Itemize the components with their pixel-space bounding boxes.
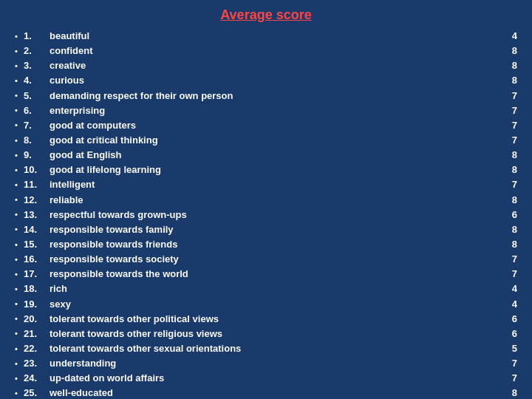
- bullet-20: •: [15, 313, 24, 325]
- item-score-21: 6: [502, 327, 517, 341]
- item-number-13: 13.: [24, 208, 50, 222]
- list-item: • 8. good at critical thinking 7: [15, 133, 517, 148]
- item-score-8: 7: [502, 133, 517, 148]
- item-label-24: up-dated on world affairs: [50, 371, 502, 386]
- list-item: • 10. good at lifelong learning 8: [15, 163, 517, 177]
- item-score-13: 6: [502, 208, 517, 222]
- item-label-6: enterprising: [50, 103, 502, 118]
- bullet-3: •: [15, 60, 24, 72]
- list-item: • 21. tolerant towards other religious v…: [15, 327, 517, 341]
- item-score-1: 4: [502, 29, 517, 44]
- list-item: • 11. intelligent 7: [15, 177, 517, 192]
- list-item: • 15. responsible towards friends 8: [15, 237, 517, 252]
- item-label-13: respectful towards grown-ups: [50, 208, 502, 222]
- item-number-18: 18.: [24, 282, 50, 296]
- item-score-4: 8: [502, 73, 517, 88]
- item-number-1: 1.: [24, 29, 50, 44]
- item-score-18: 4: [502, 282, 517, 296]
- item-score-20: 6: [502, 312, 517, 327]
- item-score-7: 7: [502, 118, 517, 133]
- item-score-22: 5: [502, 341, 517, 356]
- item-number-20: 20.: [24, 312, 50, 327]
- list-item: • 24. up-dated on world affairs 7: [15, 371, 517, 386]
- item-number-5: 5.: [24, 89, 50, 103]
- bullet-22: •: [15, 343, 24, 355]
- list-item: • 16. responsible towards society 7: [15, 252, 517, 267]
- bullet-19: •: [15, 298, 24, 310]
- item-label-25: well-educated: [50, 386, 502, 399]
- item-label-4: curious: [50, 73, 502, 88]
- bullet-10: •: [15, 164, 24, 177]
- item-label-1: beautiful: [50, 29, 502, 44]
- item-score-17: 7: [502, 267, 517, 282]
- item-score-3: 8: [502, 58, 517, 73]
- item-label-20: tolerant towards other political views: [50, 312, 502, 327]
- bullet-16: •: [15, 253, 24, 266]
- list-item: • 9. good at English 8: [15, 148, 517, 163]
- item-label-9: good at English: [50, 148, 502, 163]
- item-number-7: 7.: [24, 118, 50, 133]
- item-label-14: responsible towards family: [50, 222, 502, 237]
- item-label-8: good at critical thinking: [50, 133, 502, 148]
- bullet-8: •: [15, 134, 24, 147]
- item-number-4: 4.: [24, 73, 50, 88]
- item-number-16: 16.: [24, 252, 50, 267]
- list-item: • 14. responsible towards family 8: [15, 222, 517, 237]
- list-item: • 2. confident 8: [15, 44, 517, 58]
- item-score-23: 7: [502, 356, 517, 371]
- item-number-9: 9.: [24, 148, 50, 163]
- list-item: • 4. curious 8: [15, 73, 517, 88]
- item-number-11: 11.: [24, 177, 50, 192]
- item-number-17: 17.: [24, 267, 50, 282]
- score-list: • 1. beautiful 4 • 2. confident 8 • 3. c…: [15, 29, 517, 399]
- item-number-19: 19.: [24, 297, 50, 312]
- list-item: • 3. creative 8: [15, 58, 517, 73]
- item-label-7: good at computers: [50, 118, 502, 133]
- item-number-25: 25.: [24, 386, 50, 399]
- list-item: • 17. responsible towards the world 7: [15, 267, 517, 282]
- list-item: • 5. demanding respect for their own per…: [15, 89, 517, 103]
- bullet-25: •: [15, 387, 24, 399]
- bullet-11: •: [15, 179, 24, 191]
- list-item: • 19. sexy 4: [15, 297, 517, 312]
- item-score-24: 7: [502, 371, 517, 386]
- item-number-12: 12.: [24, 193, 50, 208]
- bullet-1: •: [15, 30, 24, 43]
- list-item: • 20. tolerant towards other political v…: [15, 312, 517, 327]
- item-number-14: 14.: [24, 222, 50, 237]
- item-score-5: 7: [502, 89, 517, 103]
- bullet-12: •: [15, 194, 24, 206]
- list-item: • 7. good at computers 7: [15, 118, 517, 133]
- item-number-2: 2.: [24, 44, 50, 58]
- item-number-24: 24.: [24, 371, 50, 386]
- item-label-23: understanding: [50, 356, 502, 371]
- item-score-11: 7: [502, 177, 517, 192]
- item-number-10: 10.: [24, 163, 50, 177]
- bullet-9: •: [15, 149, 24, 162]
- item-score-2: 8: [502, 44, 517, 58]
- list-item: • 25. well-educated 8: [15, 386, 517, 399]
- item-score-10: 8: [502, 163, 517, 177]
- bullet-7: •: [15, 119, 24, 132]
- bullet-24: •: [15, 372, 24, 385]
- bullet-5: •: [15, 89, 24, 102]
- list-item: • 13. respectful towards grown-ups 6: [15, 208, 517, 222]
- bullet-2: •: [15, 45, 24, 58]
- list-item: • 22. tolerant towards other sexual orie…: [15, 341, 517, 356]
- page-title: Average score: [15, 7, 517, 23]
- item-score-19: 4: [502, 297, 517, 312]
- item-score-15: 8: [502, 237, 517, 252]
- main-container: Average score • 1. beautiful 4 • 2. conf…: [0, 0, 532, 399]
- item-number-3: 3.: [24, 58, 50, 73]
- list-item: • 12. reliable 8: [15, 193, 517, 208]
- list-item: • 1. beautiful 4: [15, 29, 517, 44]
- list-item: • 6. enterprising 7: [15, 103, 517, 118]
- bullet-4: •: [15, 75, 24, 87]
- item-number-22: 22.: [24, 341, 50, 356]
- bullet-13: •: [15, 208, 24, 221]
- item-label-5: demanding respect for their own person: [50, 89, 502, 103]
- item-number-8: 8.: [24, 133, 50, 148]
- bullet-14: •: [15, 223, 24, 236]
- item-label-10: good at lifelong learning: [50, 163, 502, 177]
- item-score-12: 8: [502, 193, 517, 208]
